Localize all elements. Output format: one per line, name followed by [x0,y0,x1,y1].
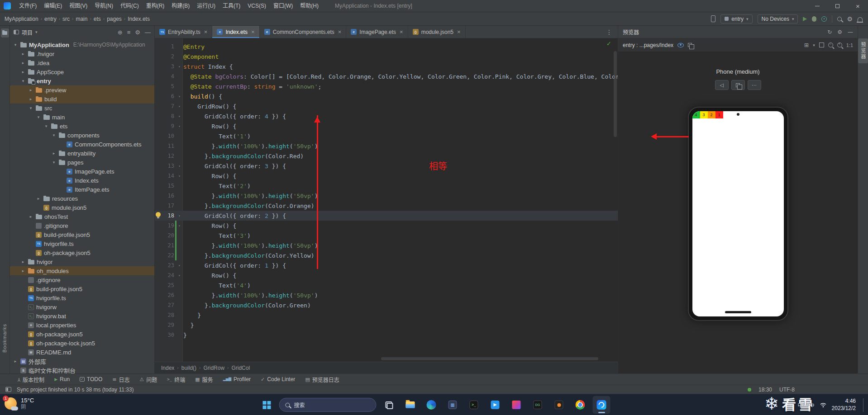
fold-chevron-icon[interactable]: ▾ [176,274,182,278]
tree-item[interactable]: 临时文件和控制台 [10,366,154,373]
tree-item[interactable]: ▾ets [10,122,154,131]
fit-frame-icon[interactable] [819,42,824,47]
tree-item[interactable]: ▸AppScope [10,67,154,76]
code-line[interactable]: 28 } [155,310,618,320]
component-preview-icon[interactable] [677,43,684,47]
chevron-right-icon[interactable]: ▸ [20,52,26,56]
code-line[interactable]: 8▾ GridCol({ order: 4 }) { [155,111,618,121]
code-line[interactable]: 30} [155,330,618,340]
maximize-button[interactable] [827,0,848,12]
editor-breadcrumb-item[interactable]: Index [161,365,174,371]
menu-item[interactable]: 重构(R) [143,0,168,12]
hide-panel-icon[interactable]: — [145,29,151,36]
tool-window-toggle-icon[interactable] [5,387,11,392]
file-encoding[interactable]: UTF-8 [779,387,795,393]
breadcrumb-item[interactable]: entry [44,16,57,22]
taskbar-app-terminal[interactable] [465,396,483,414]
code-line[interactable]: 5 @State currentBp: string = 'unknown'; [155,81,618,91]
chevron-down-icon[interactable]: ▾ [813,43,815,47]
device-selector[interactable]: No Devices ▾ [758,14,798,24]
hidden-icons-chevron[interactable]: ∧ [789,403,792,407]
menu-item[interactable]: 帮助(H) [296,0,322,12]
more-options-button[interactable]: ⋯ [748,80,761,90]
orientation-button[interactable] [731,80,745,90]
code-line[interactable]: 2@Component [155,52,618,61]
chevron-right-icon[interactable]: ▸ [36,196,41,201]
menu-item[interactable]: 构建(B) [168,0,193,12]
editor-tab[interactable]: ImagePage.ets× [346,26,408,38]
chevron-down-icon[interactable]: ▾ [51,133,57,137]
chevron-down-icon[interactable]: ▾ [20,79,26,83]
tool-window-button-problem[interactable]: 问题 [134,374,162,385]
tree-item[interactable]: ▸外部库 [10,357,154,366]
tool-window-button-service[interactable]: 服务 [190,374,218,385]
tree-item[interactable]: build-profile.json5 [10,284,154,293]
fold-chevron-icon[interactable]: ▾ [176,214,182,218]
weather-widget[interactable]: 1 15°C 阴 [5,397,34,410]
chevron-down-icon[interactable]: ▾ [13,42,18,47]
ime-indicator[interactable]: 中 [798,401,803,409]
tree-item[interactable]: hvigorfile.ts [10,293,154,302]
zoom-out-icon[interactable] [828,42,833,47]
horizontal-scrollbar[interactable] [381,357,598,360]
chevron-down-icon[interactable]: ▾ [51,160,57,165]
fold-chevron-icon[interactable]: ▾ [176,104,182,108]
zoom-reset-button[interactable]: 1:1 [846,42,853,48]
menu-item[interactable]: 工具(T) [219,0,244,12]
tool-window-button-terminal[interactable]: 终端 [162,374,190,385]
tree-item[interactable]: ▸ohosTest [10,212,154,221]
code-line[interactable]: 3▾struct Index { [155,61,618,71]
code-editor[interactable]: 1@Entry2@Component3▾struct Index {4 @Sta… [155,38,618,362]
chevron-right-icon[interactable]: ▸ [20,269,26,273]
code-line[interactable]: 26 }.width('100%').height('50vp') [155,290,618,300]
tool-window-button-profiler[interactable]: Profiler [218,374,256,385]
fold-chevron-icon[interactable]: ▾ [176,114,182,118]
tool-window-button-todo[interactable]: TODO [75,374,107,385]
breadcrumb-item[interactable]: MyApplication [5,16,38,22]
tree-item[interactable]: local.properties [10,321,154,330]
run-button[interactable] [803,17,807,21]
search-icon[interactable] [837,17,842,21]
code-line[interactable]: 16 }.width('100%').height('50vp') [155,191,618,201]
tree-item[interactable]: ▸build [10,94,154,104]
device-manager-icon[interactable] [711,15,715,22]
chevron-down-icon[interactable]: ▾ [43,124,49,128]
settings-gear-icon[interactable]: ⚙ [135,29,140,36]
refresh-icon[interactable]: ↻ [827,29,832,35]
fold-chevron-icon[interactable]: ▾ [176,124,182,128]
menu-item[interactable]: 代码(C) [117,0,143,12]
tree-item[interactable]: oh-package-lock.json5 [10,339,154,348]
close-icon[interactable]: × [204,28,208,35]
intention-bulb-icon[interactable] [156,212,161,217]
taskbar-app-vscode[interactable] [486,396,504,414]
close-icon[interactable]: × [457,28,461,35]
taskbar-app-deveco-studio[interactable] [593,396,610,414]
menu-item[interactable]: 导航(N) [91,0,117,12]
tree-item[interactable]: ▸hvigor [10,257,154,266]
taskbar-app-task-view[interactable] [380,396,398,414]
tool-window-button-linter[interactable]: Code Linter [256,374,300,385]
taskbar-app-chrome[interactable] [572,396,589,414]
hide-panel-icon[interactable]: — [848,29,853,35]
menu-item[interactable]: 文件(F) [15,0,40,12]
code-line[interactable]: 19▾ Row() { [155,221,618,231]
editor-breadcrumb-item[interactable]: build() [181,365,196,371]
menu-item[interactable]: VCS(S) [244,0,270,12]
tree-item[interactable]: ▾entry [10,76,154,85]
grid-view-icon[interactable]: ⊞ [804,42,809,48]
tree-item[interactable]: ▸.idea [10,58,154,67]
chevron-right-icon[interactable]: ▸ [51,151,57,156]
clock-widget[interactable]: 4:46 2023/12/2 [832,398,856,412]
tree-item[interactable]: module.json5 [10,203,154,212]
code-line[interactable]: 25 Text('4') [155,280,618,290]
code-line[interactable]: 22 }.backgroundColor(Color.Yellow) [155,250,618,260]
editor-tab[interactable]: Index.ets× [212,26,259,38]
taskbar-app-datagrip[interactable] [529,396,547,414]
code-line[interactable]: 27 }.backgroundColor(Color.Green) [155,300,618,310]
fold-chevron-icon[interactable]: ▾ [176,224,182,228]
start-button[interactable] [258,396,276,414]
chevron-right-icon[interactable]: ▸ [28,97,33,101]
tree-item[interactable]: ▸.hvigor [10,49,154,58]
fold-chevron-icon[interactable]: ▾ [176,264,182,268]
chevron-down-icon[interactable]: ▾ [28,106,33,110]
